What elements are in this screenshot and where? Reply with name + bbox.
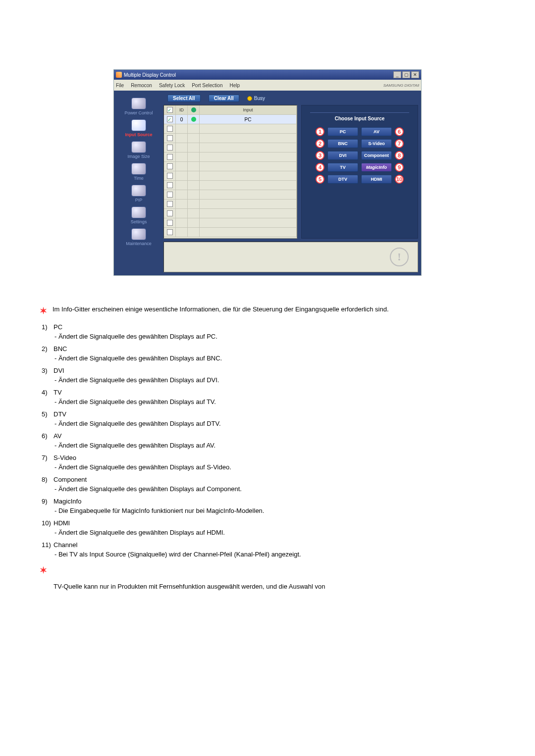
- grid-header-id: ID: [176, 105, 188, 114]
- row-checkbox[interactable]: [167, 182, 173, 188]
- close-button[interactable]: ✕: [411, 71, 419, 78]
- item-number: 7): [42, 454, 54, 461]
- menu-help[interactable]: Help: [229, 83, 240, 88]
- grid-row-empty[interactable]: [164, 124, 297, 134]
- row-checkbox[interactable]: [167, 145, 173, 151]
- sidebar-item-settings[interactable]: Settings: [131, 206, 147, 224]
- grid-header-input: Input: [200, 105, 297, 114]
- row-checkbox[interactable]: [167, 201, 173, 207]
- grid-row-empty[interactable]: [164, 143, 297, 152]
- source-hdmi-button[interactable]: HDMI: [361, 175, 392, 184]
- menu-port-selection[interactable]: Port Selection: [192, 83, 222, 88]
- grid-row-empty[interactable]: [164, 218, 297, 228]
- sidebar-item-label: PIP: [135, 198, 143, 202]
- list-item: 3)DVI- Ändert die Signalquelle des gewäh…: [42, 367, 495, 384]
- minimize-button[interactable]: _: [393, 71, 401, 78]
- menu-file[interactable]: File: [116, 83, 124, 88]
- time-icon: [131, 163, 146, 175]
- sidebar-item-image-size[interactable]: Image Size: [127, 141, 150, 159]
- display-grid[interactable]: ID Input 0 PC: [163, 105, 297, 239]
- toolbar: Select All Clear All Busy: [163, 94, 418, 105]
- grid-header: ID Input: [164, 105, 297, 115]
- power-icon: [131, 98, 146, 109]
- callout-9: 9: [395, 163, 404, 172]
- list-item: 4)TV- Ändert die Signalquelle des gewähl…: [42, 389, 495, 405]
- source-bnc-button[interactable]: BNC: [327, 139, 358, 148]
- row-checkbox[interactable]: [167, 116, 173, 122]
- grid-row-empty[interactable]: [164, 152, 297, 162]
- grid-row-empty[interactable]: [164, 190, 297, 200]
- maximize-button[interactable]: ▢: [402, 71, 410, 78]
- grid-row-empty[interactable]: [164, 171, 297, 181]
- busy-indicator: Busy: [247, 96, 265, 101]
- menu-bar: File Remocon Safety Lock Port Selection …: [114, 80, 421, 91]
- item-number: 4): [42, 389, 54, 396]
- source-grid: 1 PC AV 6 2 BNC S-Video 7 3 DVI Componen…: [316, 127, 404, 184]
- menu-safety-lock[interactable]: Safety Lock: [159, 83, 185, 88]
- row-checkbox[interactable]: [167, 220, 173, 226]
- grid-row-empty[interactable]: [164, 134, 297, 143]
- source-dvi-button[interactable]: DVI: [327, 151, 358, 160]
- item-desc: - Ändert die Signalquelle des gewählten …: [54, 333, 493, 340]
- source-svideo-button[interactable]: S-Video: [361, 139, 392, 148]
- sidebar-item-label: Time: [134, 176, 144, 181]
- item-desc: - Ändert die Signalquelle des gewählten …: [54, 420, 493, 427]
- list-item: 7)S-Video- Ändert die Signalquelle des g…: [42, 454, 495, 471]
- item-desc: - Ändert die Signalquelle des gewählten …: [54, 463, 493, 471]
- callout-7: 7: [395, 139, 404, 148]
- grid-row-empty[interactable]: [164, 200, 297, 209]
- image-size-icon: [131, 141, 146, 153]
- source-tv-button[interactable]: TV: [327, 163, 358, 172]
- row-checkbox[interactable]: [167, 163, 173, 169]
- row-id: 0: [176, 115, 188, 124]
- source-component-button[interactable]: Component: [361, 151, 392, 160]
- sidebar-item-pip[interactable]: PIP: [131, 185, 146, 202]
- menu-remocon[interactable]: Remocon: [131, 83, 152, 88]
- item-number: 11): [42, 541, 54, 549]
- row-checkbox[interactable]: [167, 173, 173, 179]
- settings-icon: [131, 206, 146, 218]
- row-checkbox[interactable]: [167, 135, 173, 141]
- item-desc: - Ändert die Signalquelle des gewählten …: [54, 485, 493, 493]
- row-input: PC: [200, 115, 297, 124]
- sidebar-item-label: Input Source: [125, 132, 152, 137]
- app-icon: [116, 72, 122, 78]
- sidebar-item-maintenance[interactable]: Maintenance: [126, 228, 152, 246]
- row-checkbox[interactable]: [167, 192, 173, 198]
- item-body: TV- Ändert die Signalquelle des gewählte…: [54, 389, 493, 405]
- grid-row-empty[interactable]: [164, 162, 297, 171]
- checkbox-icon[interactable]: [167, 107, 173, 113]
- row-checkbox[interactable]: [167, 126, 173, 132]
- status-icon: [191, 107, 196, 112]
- clear-all-button[interactable]: Clear All: [209, 95, 239, 102]
- source-magicinfo-button[interactable]: MagicInfo: [361, 163, 392, 172]
- grid-row-empty[interactable]: [164, 181, 297, 190]
- item-body: DVI- Ändert die Signalquelle des gewählt…: [54, 367, 493, 384]
- sidebar-item-time[interactable]: Time: [131, 163, 146, 181]
- item-number: 2): [42, 345, 54, 353]
- item-body: Component- Ändert die Signalquelle des g…: [54, 476, 493, 493]
- callout-2: 2: [316, 139, 324, 148]
- callout-8: 8: [395, 151, 404, 160]
- sidebar-item-power-control[interactable]: Power Control: [124, 98, 153, 115]
- source-av-button[interactable]: AV: [361, 127, 392, 136]
- grid-row-empty[interactable]: [164, 209, 297, 218]
- source-pc-button[interactable]: PC: [327, 127, 358, 136]
- source-dtv-button[interactable]: DTV: [327, 175, 358, 184]
- star-icon: ✶: [40, 305, 51, 316]
- item-body: HDMI- Ändert die Signalquelle des gewähl…: [54, 519, 493, 536]
- item-body: AV- Ändert die Signalquelle des gewählte…: [54, 432, 493, 449]
- sidebar-item-label: Settings: [131, 219, 147, 224]
- select-all-button[interactable]: Select All: [167, 95, 201, 102]
- sidebar-item-input-source[interactable]: Input Source: [125, 119, 152, 137]
- intro-note: ✶ Im Info-Gitter erscheinen einige wesen…: [40, 305, 495, 316]
- row-checkbox[interactable]: [167, 229, 173, 235]
- row-checkbox[interactable]: [167, 154, 173, 160]
- item-number: 6): [42, 432, 54, 440]
- row-checkbox[interactable]: [167, 210, 173, 216]
- grid-row[interactable]: 0 PC: [164, 115, 297, 124]
- main-pane: Select All Clear All Busy ID Input: [163, 91, 421, 275]
- callout-6: 6: [395, 127, 404, 136]
- grid-row-empty[interactable]: [164, 228, 297, 237]
- callout-10: 10: [395, 175, 404, 184]
